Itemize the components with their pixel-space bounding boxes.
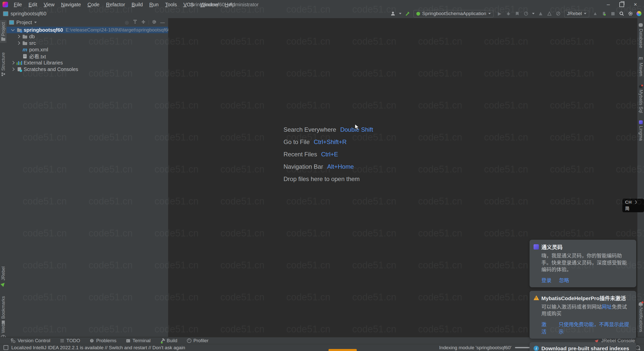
jrebel-select[interactable]: JRebel	[564, 10, 589, 17]
stripe-lingma[interactable]: Lingma	[637, 118, 644, 143]
breadcrumb-project[interactable]: springbootsqf60	[11, 11, 46, 17]
jrebel-debug-icon[interactable]	[547, 11, 552, 16]
run-coverage-icon[interactable]	[514, 11, 520, 16]
notifications-bell-icon	[639, 302, 643, 306]
stripe-mybatis-sql[interactable]: Mybatis Sql	[637, 83, 644, 115]
user-account-icon[interactable]	[390, 11, 396, 16]
tree-row-db[interactable]: db	[7, 33, 168, 40]
chevron-right-icon[interactable]	[17, 35, 20, 38]
close-button[interactable]: ×	[634, 0, 637, 9]
mybatis-stripe-icon	[639, 85, 642, 88]
expand-all-icon[interactable]	[132, 20, 138, 25]
tree-project-path: E:\releaseComp\24-10\9\6\target\springbo…	[66, 27, 170, 33]
window-controls: – ×	[607, 0, 637, 9]
status-message[interactable]: Localized IntelliJ IDEA 2022.2.1 is avai…	[11, 345, 185, 350]
activate-link[interactable]: 激活	[541, 321, 551, 335]
toolwindow-terminal[interactable]: ›_ Terminal	[126, 338, 151, 343]
toolwindow-profiler[interactable]: Profiler	[187, 338, 209, 343]
toolwindow-todo[interactable]: TODO	[60, 338, 80, 343]
ime-language-badge[interactable]: CH ☽ 简	[622, 199, 644, 212]
jrebel-select-caret	[584, 13, 586, 14]
user-dropdown-caret[interactable]	[399, 13, 401, 14]
minimize-button[interactable]: –	[607, 0, 610, 9]
tree-row-pom[interactable]: m pom.xml	[7, 46, 168, 53]
menu-tools[interactable]: Tools	[162, 0, 180, 9]
free-only-link[interactable]: 只使用免费功能，不再显示此提示	[559, 321, 632, 335]
tree-row-project-root[interactable]: springbootsqf60 E:\releaseComp\24-10\9\6…	[7, 27, 168, 33]
tree-row-txt[interactable]: 必看.txt	[7, 53, 168, 59]
stripe-maven[interactable]: m Maven	[637, 53, 644, 78]
menu-view[interactable]: View	[41, 0, 58, 9]
website-link[interactable]: 网址	[602, 304, 612, 310]
hint-keys: Ctrl+E	[321, 151, 338, 158]
project-view-dropdown-caret[interactable]	[34, 22, 37, 23]
stripe-bookmarks[interactable]: Bookmarks	[0, 294, 7, 327]
stripe-web-label: Web	[1, 324, 6, 333]
structure-stripe-icon	[2, 73, 5, 76]
settings-gear-icon[interactable]	[628, 11, 633, 16]
indexing-label: Indexing module 'springbootsqf60'	[439, 345, 511, 350]
problems-icon: !	[90, 338, 94, 343]
menu-navigate[interactable]: Navigate	[58, 0, 84, 9]
chevron-down-icon[interactable]	[11, 28, 15, 31]
ide-update-icon	[4, 345, 8, 350]
info-icon: i	[534, 346, 539, 351]
main-toolbar: SpringbootSchemaApplication ▶	[390, 9, 641, 18]
search-everywhere-icon[interactable]	[619, 11, 624, 16]
toolwindow-build[interactable]: Build	[160, 338, 177, 343]
menu-refactor[interactable]: Refactor	[103, 0, 128, 9]
jrebel-run-icon[interactable]	[538, 11, 543, 16]
run-icon[interactable]: ▶	[497, 11, 502, 16]
project-tool-window-header: Project ◎ —	[7, 18, 168, 27]
debug-icon[interactable]	[506, 11, 511, 16]
collapse-all-icon[interactable]	[140, 20, 146, 25]
toolwindow-problems[interactable]: ! Problems	[90, 338, 116, 343]
panel-settings-gear-icon[interactable]	[151, 20, 157, 25]
text-file-icon	[23, 54, 27, 58]
menu-build[interactable]: Build	[128, 0, 146, 9]
menu-run[interactable]: Run	[146, 0, 162, 9]
menu-code[interactable]: Code	[84, 0, 103, 9]
menu-file[interactable]: File	[11, 0, 25, 9]
stripe-jrebel[interactable]: JRebel	[0, 264, 7, 288]
stripe-bookmarks-label: Bookmarks	[1, 296, 6, 319]
plugin-ball-icon[interactable]	[636, 11, 641, 16]
menu-edit[interactable]: Edit	[25, 0, 40, 9]
stripe-database[interactable]: Database	[637, 21, 644, 50]
project-tool-window-title[interactable]: Project	[16, 20, 32, 25]
jrebel-enable-icon[interactable]	[405, 11, 410, 16]
stop-icon[interactable]	[610, 11, 616, 16]
stripe-project[interactable]: Project	[0, 20, 7, 43]
lingma-login-link[interactable]: 登录	[541, 276, 551, 284]
springboot-app-icon	[416, 12, 420, 16]
lingma-stripe-icon	[639, 120, 643, 124]
lingma-icon	[534, 244, 539, 250]
rerun-icon[interactable]	[555, 11, 561, 16]
todo-icon	[60, 338, 64, 343]
chevron-right-icon[interactable]	[17, 41, 20, 45]
profiler-icon[interactable]	[523, 11, 529, 16]
tree-row-scratches[interactable]: Scratches and Consoles	[7, 66, 168, 73]
toolwindow-version-control[interactable]: Version Control	[11, 338, 50, 343]
tree-row-external-libraries[interactable]: External Libraries	[7, 59, 168, 66]
profiler-dropdown-caret[interactable]	[532, 13, 535, 14]
stripe-project-label: Project	[1, 22, 6, 36]
notification-body: 嗨，我是通义灵码，你的智能编码助手。快来登录通义灵码，深度感受智能编码的体验。	[541, 253, 632, 273]
lingma-ignore-link[interactable]: 忽略	[559, 276, 569, 284]
jrebel-console-toolbar-icon[interactable]	[592, 11, 598, 16]
stripe-structure[interactable]: Structure	[0, 50, 7, 78]
restore-button[interactable]	[619, 2, 624, 7]
locate-file-icon[interactable]: ◎	[124, 20, 130, 25]
run-configuration-select[interactable]: SpringbootSchemaApplication	[414, 10, 494, 17]
stripe-notifications[interactable]: Notifications	[637, 300, 644, 334]
chevron-right-icon[interactable]	[11, 67, 15, 71]
remote-debug-icon[interactable]	[601, 11, 607, 16]
hide-panel-icon[interactable]: —	[159, 20, 166, 25]
project-breadcrumb-icon	[3, 11, 8, 16]
ide-window: File Edit View Navigate Code Refactor Bu…	[0, 0, 644, 351]
chevron-right-icon[interactable]	[11, 61, 15, 64]
notification-title: 通义灵码	[541, 243, 562, 251]
project-tree: springbootsqf60 E:\releaseComp\24-10\9\6…	[7, 27, 168, 73]
tree-row-src[interactable]: src	[7, 40, 168, 46]
libraries-icon	[17, 61, 22, 65]
